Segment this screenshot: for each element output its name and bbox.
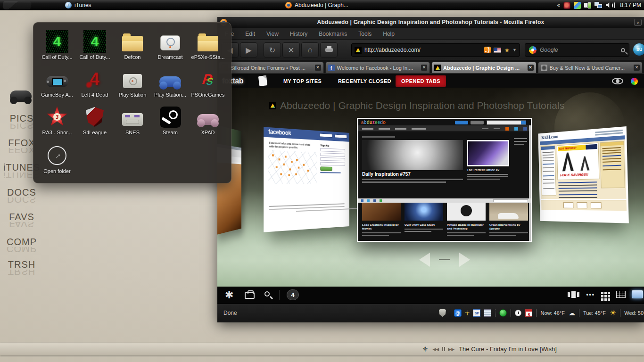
- taskbar-button-itunes[interactable]: ♪ iTunes: [61, 0, 95, 10]
- volume-icon[interactable]: [606, 2, 615, 8]
- search-bar[interactable]: Google: [525, 43, 629, 57]
- game-item-playstation[interactable]: Play Station: [114, 68, 151, 98]
- tab-facebook[interactable]: f Welcome to Facebook - Log In,... ✕: [325, 62, 430, 74]
- bookmark-star-icon[interactable]: ★: [504, 47, 510, 54]
- tray-app-icon[interactable]: [574, 2, 581, 9]
- pause-button[interactable]: [442, 347, 445, 351]
- game-item-xpad[interactable]: XPAD: [189, 106, 227, 135]
- desktop-icon-docs[interactable]: DOCSDOCS: [0, 187, 43, 198]
- carousel-view-icon[interactable]: [568, 291, 580, 298]
- menu-edit[interactable]: Edit: [245, 31, 255, 37]
- game-item-l4d[interactable]: 4Left 4 Dead: [76, 68, 114, 98]
- carousel-item-abduzeedo-current[interactable]: abduzeedo Daily Inspiration #757 The Per…: [357, 118, 532, 242]
- weather-now[interactable]: Now: 46°F: [540, 310, 564, 316]
- game-item-s4league[interactable]: S4League: [76, 106, 114, 135]
- settings-gear-icon[interactable]: ✱: [225, 289, 233, 301]
- carousel-item-camera-store[interactable]: KEH.com GOT TRIPODS? HUGE SAVINGS!!: [538, 126, 628, 223]
- tripod-image: [579, 156, 591, 171]
- weather-tuesday[interactable]: Tue: 45°F: [583, 310, 606, 316]
- stumbleupon-icon[interactable]: SU: [633, 43, 644, 56]
- tab-silkroad[interactable]: Silkroad Online Forums • Post ... ✕: [219, 62, 324, 74]
- game-item-ra3[interactable]: 3RA3 - Shor...: [38, 106, 76, 135]
- foxtab-recently-closed-button[interactable]: RECENTLY CLOSED: [332, 75, 397, 87]
- start-button[interactable]: [2, 1, 32, 9]
- game-item-cod1[interactable]: 4Call of Duty...: [38, 30, 76, 60]
- color-wheel-icon[interactable]: [630, 77, 638, 85]
- table-view-icon[interactable]: [616, 291, 626, 298]
- right-sidebar: [600, 141, 625, 189]
- window-menu-chevron-icon[interactable]: v: [634, 19, 642, 26]
- weather-wednesday[interactable]: Wed: 50°F: [624, 310, 644, 316]
- active-view-icon[interactable]: [632, 290, 643, 298]
- green-clock-icon[interactable]: [499, 309, 507, 317]
- google-icon[interactable]: [529, 46, 537, 54]
- game-item-steam[interactable]: Steam: [151, 106, 189, 135]
- article-thumb: Vintage Badge in Illustrator and Photosh…: [447, 201, 486, 236]
- sp-addon-icon[interactable]: SP: [473, 309, 480, 317]
- label-reflection: COMP: [0, 247, 43, 254]
- game-item-gameboy[interactable]: GameBoy A...: [38, 68, 76, 98]
- tab-close-icon[interactable]: ✕: [315, 65, 321, 71]
- rss-icon[interactable]: [484, 47, 491, 53]
- grid-view-icon[interactable]: [601, 295, 603, 297]
- search-icon[interactable]: [621, 48, 625, 52]
- network-icon[interactable]: [594, 2, 603, 9]
- tab-close-icon[interactable]: ✕: [528, 65, 534, 71]
- more-options-icon[interactable]: •••: [586, 291, 595, 298]
- search-icon[interactable]: [264, 291, 270, 296]
- page-icon[interactable]: [258, 75, 267, 86]
- forward-button[interactable]: ▶: [240, 42, 257, 58]
- previous-track-button[interactable]: ◀◀: [432, 347, 439, 352]
- shield-icon[interactable]: [439, 309, 446, 317]
- game-item-playstation2[interactable]: Play Station...: [151, 68, 189, 98]
- player-app-icon[interactable]: ⚜: [422, 345, 428, 354]
- desktop-icon-favs[interactable]: FAVSFAVS: [0, 212, 43, 222]
- menu-tools[interactable]: Tools: [358, 31, 372, 37]
- calculator-icon[interactable]: [484, 309, 491, 317]
- game-item-snes[interactable]: SNES: [114, 106, 151, 135]
- reload-button[interactable]: ↻: [264, 42, 281, 58]
- tab-close-icon[interactable]: ✕: [634, 65, 640, 71]
- games-controller-icon[interactable]: [10, 90, 32, 102]
- tray-app-icon[interactable]: [563, 2, 570, 9]
- carousel-next-arrow[interactable]: [459, 253, 470, 267]
- mail-icon[interactable]: @: [454, 309, 462, 317]
- foxtab-my-top-sites-button[interactable]: MY TOP SITES: [278, 75, 327, 87]
- game-item-psonegames[interactable]: PSPSOneGames: [189, 68, 227, 98]
- menu-view[interactable]: View: [266, 31, 279, 37]
- eye-icon[interactable]: [612, 78, 623, 84]
- carousel-item-facebook[interactable]: facebook Facebook helps you connect and …: [264, 127, 349, 232]
- promo-banner: GOT TRIPODS?: [558, 145, 586, 151]
- carousel-previous-arrow[interactable]: [419, 253, 430, 267]
- foxtab-opened-tabs-button[interactable]: OPENED TABS: [396, 75, 446, 87]
- next-track-button[interactable]: ▶▶: [448, 347, 454, 352]
- menu-history[interactable]: History: [290, 31, 307, 37]
- power-icon[interactable]: [584, 2, 591, 8]
- url-bar[interactable]: http://abduzeedo.com/ ★ ▼: [351, 43, 520, 57]
- open-folder-button[interactable]: →Open folder: [38, 144, 76, 174]
- game-item-dreamcast[interactable]: Dreamcast: [151, 30, 189, 60]
- taskbar-button-firefox[interactable]: Abduzeedo | Graph...: [281, 0, 352, 10]
- stop-button[interactable]: ✕: [282, 42, 300, 58]
- tray-collapse-chevron[interactable]: «: [557, 2, 561, 8]
- desktop-icon-trsh[interactable]: TRSHTRSH: [0, 259, 43, 270]
- tab-camera-store[interactable]: Buy & Sell New & Used Camer... ✕: [538, 62, 643, 74]
- window-titlebar[interactable]: Abduzeedo | Graphic Design Inspiration a…: [217, 17, 644, 28]
- game-item-cod2[interactable]: 4Call of Duty...: [76, 30, 114, 60]
- game-item-epsxe[interactable]: ePSXe-SSta...: [189, 30, 227, 60]
- flag-icon[interactable]: [494, 48, 501, 53]
- tab-close-icon[interactable]: ✕: [421, 65, 427, 71]
- url-dropdown-chevron[interactable]: ▼: [512, 48, 517, 52]
- menu-help[interactable]: Help: [383, 31, 395, 37]
- menubar: File Edit View History Bookmarks Tools H…: [217, 28, 644, 40]
- home-button[interactable]: ⌂: [301, 42, 319, 58]
- clock-icon[interactable]: [515, 310, 521, 316]
- calendar-icon[interactable]: 5: [525, 309, 532, 317]
- menu-bookmarks[interactable]: Bookmarks: [319, 31, 347, 37]
- print-button[interactable]: [320, 42, 338, 58]
- game-item-defcon[interactable]: Defcon: [114, 30, 151, 60]
- desktop-icon-comp[interactable]: COMPCOMP: [0, 237, 43, 247]
- ankh-icon[interactable]: ☥: [465, 309, 470, 317]
- tab-abduzeedo-active[interactable]: Abduzeedo | Graphic Design ... ✕: [431, 62, 537, 74]
- briefcase-icon[interactable]: [245, 292, 255, 299]
